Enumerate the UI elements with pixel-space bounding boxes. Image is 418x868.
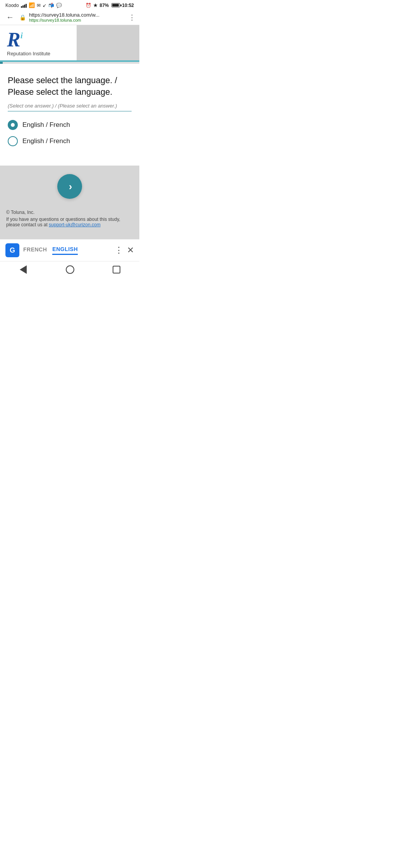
status-bar: Koodo 📶 ✉ ↙ 📬 💬 ⏰ ★ 87% 10:52 xyxy=(0,0,139,10)
translate-langs: FRENCH ENGLISH xyxy=(23,246,111,255)
logo-right-panel xyxy=(77,25,139,60)
google-translate-icon: G xyxy=(5,243,19,257)
messenger-icon: 💬 xyxy=(56,3,62,8)
translate-close-button[interactable]: ✕ xyxy=(127,245,134,255)
battery-percent: 87% xyxy=(99,3,109,8)
status-right: ⏰ ★ 87% 10:52 xyxy=(86,3,134,8)
translate-french-button[interactable]: FRENCH xyxy=(23,246,47,254)
next-button[interactable]: › xyxy=(57,174,82,199)
next-button-area: › xyxy=(0,166,139,206)
translate-more-button[interactable]: ⋮ xyxy=(115,245,123,255)
logo-i-letter: i xyxy=(21,31,23,41)
battery-icon xyxy=(111,3,120,7)
logo-ri: R i xyxy=(7,30,70,50)
browser-back-button[interactable]: ← xyxy=(4,12,16,22)
system-nav-bar xyxy=(0,261,139,279)
radio-label-1: English / French xyxy=(22,121,70,129)
url-sub: https://survey18.toluna.com xyxy=(29,18,125,22)
bluetooth-icon: ★ xyxy=(93,3,98,8)
radio-option-2[interactable]: English / French xyxy=(8,136,132,146)
logo-company-name: Reputation Institute xyxy=(7,51,70,56)
email-icon: ✉ xyxy=(37,3,41,8)
logo-area: R i Reputation Institute xyxy=(0,25,139,62)
wifi-icon: 📶 xyxy=(29,2,35,8)
question-area: Please select the language. / Please sel… xyxy=(0,64,139,166)
nav-home-button[interactable] xyxy=(66,265,74,274)
voicemail-icon: 📬 xyxy=(48,3,54,8)
survey-wrapper: R i Reputation Institute Please select t… xyxy=(0,25,139,239)
radio-circle-2[interactable] xyxy=(8,136,18,146)
g-letter: G xyxy=(10,246,15,255)
radio-options: English / French English / French xyxy=(8,120,132,158)
nav-back-button[interactable] xyxy=(20,265,27,274)
carrier-label: Koodo xyxy=(5,3,19,8)
signal-icon xyxy=(21,3,27,8)
url-main: https://survey18.toluna.com/w... xyxy=(29,12,125,18)
alarm-icon: ⏰ xyxy=(86,3,91,8)
question-title: Please select the language. / Please sel… xyxy=(8,75,132,97)
footer-email-link[interactable]: support-uk@curizon.com xyxy=(49,222,101,227)
logo-box: R i Reputation Institute xyxy=(0,25,77,60)
browser-bar: ← 🔒 https://survey18.toluna.com/w... htt… xyxy=(0,10,139,25)
radio-circle-1[interactable] xyxy=(8,120,18,130)
radio-label-2: English / French xyxy=(22,137,70,145)
question-divider xyxy=(8,111,132,111)
browser-menu-button[interactable]: ⋮ xyxy=(128,13,135,22)
translate-bar: G FRENCH ENGLISH ⋮ ✕ xyxy=(0,239,139,261)
footer-copyright: © Toluna, Inc. xyxy=(6,210,133,215)
status-left: Koodo 📶 ✉ ↙ 📬 💬 xyxy=(5,2,62,8)
footer-contact: If you have any questions or questions a… xyxy=(6,217,133,227)
call-icon: ↙ xyxy=(43,3,46,8)
nav-recents-button[interactable] xyxy=(113,266,120,273)
url-container[interactable]: https://survey18.toluna.com/w... https:/… xyxy=(29,12,125,22)
logo-r-letter: R xyxy=(7,30,21,50)
question-subtitle: (Select one answer.) / (Please select an… xyxy=(8,103,132,109)
survey-footer: © Toluna, Inc. If you have any questions… xyxy=(0,206,139,239)
next-chevron-icon: › xyxy=(69,181,72,193)
translate-english-button[interactable]: ENGLISH xyxy=(52,246,78,255)
lock-icon: 🔒 xyxy=(19,14,26,21)
radio-option-1[interactable]: English / French xyxy=(8,120,132,130)
time-label: 10:52 xyxy=(122,3,134,8)
